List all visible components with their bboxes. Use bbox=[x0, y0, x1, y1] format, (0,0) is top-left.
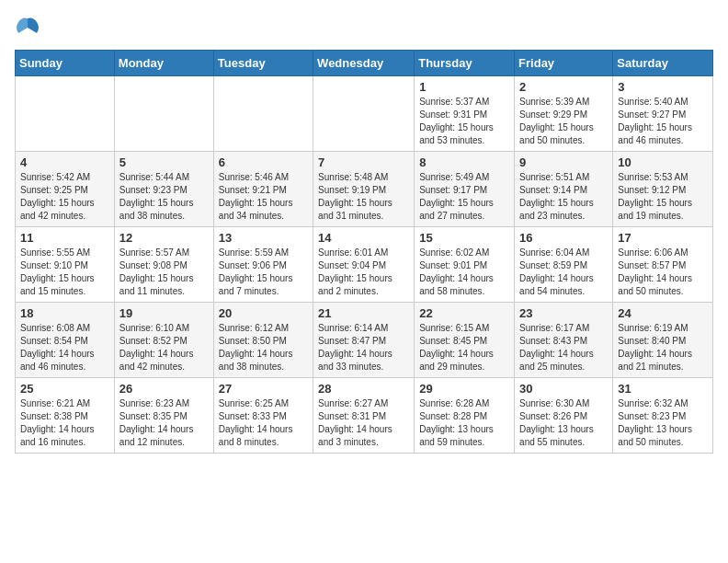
day-of-week-header: Tuesday bbox=[213, 51, 313, 76]
calendar-cell: 1Sunrise: 5:37 AM Sunset: 9:31 PM Daylig… bbox=[415, 76, 515, 152]
day-info: Sunrise: 5:49 AM Sunset: 9:17 PM Dayligh… bbox=[419, 171, 509, 223]
day-info: Sunrise: 5:40 AM Sunset: 9:27 PM Dayligh… bbox=[618, 96, 708, 147]
day-info: Sunrise: 6:01 AM Sunset: 9:04 PM Dayligh… bbox=[318, 247, 409, 298]
day-info: Sunrise: 6:08 AM Sunset: 8:54 PM Dayligh… bbox=[20, 322, 109, 373]
calendar-cell: 23Sunrise: 6:17 AM Sunset: 8:43 PM Dayli… bbox=[515, 303, 613, 378]
calendar-table: SundayMondayTuesdayWednesdayThursdayFrid… bbox=[15, 50, 713, 454]
calendar-cell: 9Sunrise: 5:51 AM Sunset: 9:14 PM Daylig… bbox=[515, 152, 613, 227]
page-header bbox=[15, 15, 713, 40]
day-info: Sunrise: 5:42 AM Sunset: 9:25 PM Dayligh… bbox=[20, 171, 109, 223]
calendar-cell: 28Sunrise: 6:27 AM Sunset: 8:31 PM Dayli… bbox=[313, 378, 415, 454]
calendar-week-row: 1Sunrise: 5:37 AM Sunset: 9:31 PM Daylig… bbox=[16, 76, 713, 152]
day-info: Sunrise: 6:23 AM Sunset: 8:35 PM Dayligh… bbox=[119, 397, 209, 449]
day-number: 9 bbox=[519, 155, 608, 169]
day-number: 27 bbox=[219, 382, 308, 396]
calendar-cell bbox=[213, 76, 313, 152]
calendar-cell: 15Sunrise: 6:02 AM Sunset: 9:01 PM Dayli… bbox=[415, 227, 515, 303]
day-of-week-header: Friday bbox=[515, 51, 613, 76]
day-number: 8 bbox=[419, 155, 509, 169]
day-info: Sunrise: 6:25 AM Sunset: 8:33 PM Dayligh… bbox=[219, 397, 308, 449]
calendar-cell: 5Sunrise: 5:44 AM Sunset: 9:23 PM Daylig… bbox=[114, 152, 213, 227]
calendar-cell: 22Sunrise: 6:15 AM Sunset: 8:45 PM Dayli… bbox=[415, 303, 515, 378]
day-info: Sunrise: 6:06 AM Sunset: 8:57 PM Dayligh… bbox=[618, 247, 708, 298]
calendar-week-row: 18Sunrise: 6:08 AM Sunset: 8:54 PM Dayli… bbox=[16, 303, 713, 378]
day-info: Sunrise: 6:17 AM Sunset: 8:43 PM Dayligh… bbox=[519, 322, 608, 373]
day-info: Sunrise: 5:37 AM Sunset: 9:31 PM Dayligh… bbox=[419, 96, 509, 147]
day-info: Sunrise: 6:28 AM Sunset: 8:28 PM Dayligh… bbox=[419, 397, 509, 449]
day-number: 26 bbox=[119, 382, 209, 396]
calendar-cell: 24Sunrise: 6:19 AM Sunset: 8:40 PM Dayli… bbox=[613, 303, 713, 378]
day-of-week-header: Wednesday bbox=[313, 51, 415, 76]
calendar-cell: 8Sunrise: 5:49 AM Sunset: 9:17 PM Daylig… bbox=[415, 152, 515, 227]
day-info: Sunrise: 6:12 AM Sunset: 8:50 PM Dayligh… bbox=[219, 322, 308, 373]
calendar-cell: 12Sunrise: 5:57 AM Sunset: 9:08 PM Dayli… bbox=[114, 227, 213, 303]
calendar-cell: 20Sunrise: 6:12 AM Sunset: 8:50 PM Dayli… bbox=[213, 303, 313, 378]
day-info: Sunrise: 5:46 AM Sunset: 9:21 PM Dayligh… bbox=[219, 171, 308, 223]
calendar-cell: 4Sunrise: 5:42 AM Sunset: 9:25 PM Daylig… bbox=[16, 152, 115, 227]
calendar-cell: 30Sunrise: 6:30 AM Sunset: 8:26 PM Dayli… bbox=[515, 378, 613, 454]
day-number: 15 bbox=[419, 231, 509, 245]
day-number: 29 bbox=[419, 382, 509, 396]
day-number: 22 bbox=[419, 306, 509, 320]
day-info: Sunrise: 5:57 AM Sunset: 9:08 PM Dayligh… bbox=[119, 247, 209, 298]
calendar-week-row: 11Sunrise: 5:55 AM Sunset: 9:10 PM Dayli… bbox=[16, 227, 713, 303]
day-info: Sunrise: 5:39 AM Sunset: 9:29 PM Dayligh… bbox=[519, 96, 608, 147]
day-number: 16 bbox=[519, 231, 608, 245]
day-number: 4 bbox=[20, 155, 109, 169]
calendar-cell bbox=[114, 76, 213, 152]
calendar-cell: 29Sunrise: 6:28 AM Sunset: 8:28 PM Dayli… bbox=[415, 378, 515, 454]
calendar-week-row: 4Sunrise: 5:42 AM Sunset: 9:25 PM Daylig… bbox=[16, 152, 713, 227]
day-number: 12 bbox=[119, 231, 209, 245]
day-number: 2 bbox=[519, 80, 608, 94]
calendar-cell bbox=[313, 76, 415, 152]
day-number: 25 bbox=[20, 382, 109, 396]
day-info: Sunrise: 5:59 AM Sunset: 9:06 PM Dayligh… bbox=[219, 247, 308, 298]
calendar-cell: 11Sunrise: 5:55 AM Sunset: 9:10 PM Dayli… bbox=[16, 227, 115, 303]
day-number: 28 bbox=[318, 382, 409, 396]
day-number: 7 bbox=[318, 155, 409, 169]
day-number: 31 bbox=[618, 382, 708, 396]
logo bbox=[15, 15, 44, 40]
logo-icon bbox=[15, 15, 40, 40]
day-info: Sunrise: 6:30 AM Sunset: 8:26 PM Dayligh… bbox=[519, 397, 608, 449]
day-number: 11 bbox=[20, 231, 109, 245]
calendar-cell: 25Sunrise: 6:21 AM Sunset: 8:38 PM Dayli… bbox=[16, 378, 115, 454]
day-number: 19 bbox=[119, 306, 209, 320]
calendar-cell: 13Sunrise: 5:59 AM Sunset: 9:06 PM Dayli… bbox=[213, 227, 313, 303]
day-number: 14 bbox=[318, 231, 409, 245]
calendar-cell: 3Sunrise: 5:40 AM Sunset: 9:27 PM Daylig… bbox=[613, 76, 713, 152]
day-number: 1 bbox=[419, 80, 509, 94]
calendar-cell: 10Sunrise: 5:53 AM Sunset: 9:12 PM Dayli… bbox=[613, 152, 713, 227]
day-info: Sunrise: 6:21 AM Sunset: 8:38 PM Dayligh… bbox=[20, 397, 109, 449]
calendar-cell: 6Sunrise: 5:46 AM Sunset: 9:21 PM Daylig… bbox=[213, 152, 313, 227]
day-number: 21 bbox=[318, 306, 409, 320]
day-info: Sunrise: 5:44 AM Sunset: 9:23 PM Dayligh… bbox=[119, 171, 209, 223]
day-info: Sunrise: 6:27 AM Sunset: 8:31 PM Dayligh… bbox=[318, 397, 409, 449]
day-number: 24 bbox=[618, 306, 708, 320]
day-number: 17 bbox=[618, 231, 708, 245]
calendar-cell: 31Sunrise: 6:32 AM Sunset: 8:23 PM Dayli… bbox=[613, 378, 713, 454]
day-info: Sunrise: 5:55 AM Sunset: 9:10 PM Dayligh… bbox=[20, 247, 109, 298]
calendar-cell: 2Sunrise: 5:39 AM Sunset: 9:29 PM Daylig… bbox=[515, 76, 613, 152]
day-info: Sunrise: 6:14 AM Sunset: 8:47 PM Dayligh… bbox=[318, 322, 409, 373]
calendar-cell: 26Sunrise: 6:23 AM Sunset: 8:35 PM Dayli… bbox=[114, 378, 213, 454]
day-of-week-header: Thursday bbox=[415, 51, 515, 76]
calendar-cell bbox=[16, 76, 115, 152]
day-of-week-header: Sunday bbox=[16, 51, 115, 76]
day-of-week-header: Saturday bbox=[613, 51, 713, 76]
calendar-header-row: SundayMondayTuesdayWednesdayThursdayFrid… bbox=[16, 51, 713, 76]
day-info: Sunrise: 6:15 AM Sunset: 8:45 PM Dayligh… bbox=[419, 322, 509, 373]
calendar-cell: 16Sunrise: 6:04 AM Sunset: 8:59 PM Dayli… bbox=[515, 227, 613, 303]
day-number: 20 bbox=[219, 306, 308, 320]
calendar-cell: 17Sunrise: 6:06 AM Sunset: 8:57 PM Dayli… bbox=[613, 227, 713, 303]
day-info: Sunrise: 5:48 AM Sunset: 9:19 PM Dayligh… bbox=[318, 171, 409, 223]
day-info: Sunrise: 6:19 AM Sunset: 8:40 PM Dayligh… bbox=[618, 322, 708, 373]
day-number: 30 bbox=[519, 382, 608, 396]
calendar-cell: 19Sunrise: 6:10 AM Sunset: 8:52 PM Dayli… bbox=[114, 303, 213, 378]
day-number: 23 bbox=[519, 306, 608, 320]
day-info: Sunrise: 6:02 AM Sunset: 9:01 PM Dayligh… bbox=[419, 247, 509, 298]
day-info: Sunrise: 6:10 AM Sunset: 8:52 PM Dayligh… bbox=[119, 322, 209, 373]
day-info: Sunrise: 5:53 AM Sunset: 9:12 PM Dayligh… bbox=[618, 171, 708, 223]
day-info: Sunrise: 6:32 AM Sunset: 8:23 PM Dayligh… bbox=[618, 397, 708, 449]
calendar-cell: 18Sunrise: 6:08 AM Sunset: 8:54 PM Dayli… bbox=[16, 303, 115, 378]
